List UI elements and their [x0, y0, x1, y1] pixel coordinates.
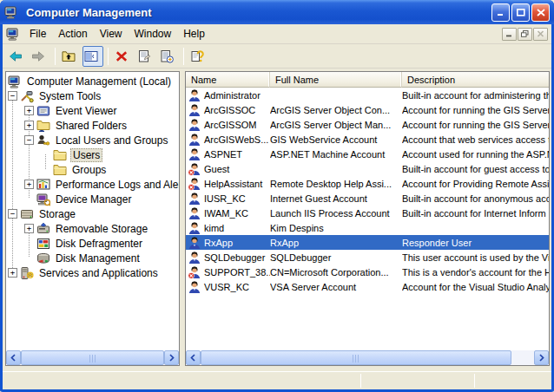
list-row-support-38[interactable]: SUPPORT_38...CN=Microsoft Corporation...…	[186, 265, 550, 279]
tree-item-system-tools[interactable]: −System Tools	[6, 88, 179, 103]
list-row-iwam-kc[interactable]: IWAM_KCLaunch IIS Process AccountBuilt-i…	[186, 206, 550, 220]
expand-icon[interactable]: +	[24, 121, 34, 130]
properties-icon	[137, 49, 151, 63]
tree-item-users[interactable]: Users	[6, 147, 179, 162]
up-one-level-button[interactable]	[60, 46, 81, 67]
list-row-vusr-kc[interactable]: VUSR_KCVSA Server AccountAccount for the…	[186, 279, 550, 294]
tree-item-device-manager[interactable]: Device Manager	[6, 192, 179, 206]
user-icon	[188, 88, 201, 102]
tree-item-groups[interactable]: Groups	[6, 162, 179, 177]
collapse-icon[interactable]: −	[8, 209, 17, 219]
toolbar-separator	[183, 48, 184, 65]
status-section-right	[475, 372, 551, 389]
computer-management-window: Computer Management FileActionViewWindow…	[0, 0, 554, 392]
tree-item-performance-logs-and-alerts[interactable]: +Performance Logs and Alerts	[6, 177, 179, 192]
computer-management-app-icon	[4, 5, 18, 19]
expand-icon[interactable]: +	[24, 224, 34, 233]
menu-view[interactable]: View	[94, 25, 129, 42]
list-horizontal-scrollbar[interactable]	[186, 350, 549, 365]
back-button[interactable]	[7, 46, 28, 67]
collapse-icon[interactable]: −	[24, 135, 34, 145]
user-name: kimd	[204, 223, 224, 233]
list-row-arcgissoc[interactable]: ArcGISSOCArcGIS Server Object Con...Acco…	[186, 102, 550, 117]
tree-item-services-and-applications[interactable]: +Services and Applications	[6, 265, 179, 280]
tree-item-local-users-and-groups[interactable]: −Local Users and Groups	[6, 133, 179, 147]
scroll-left-icon[interactable]	[6, 350, 21, 365]
window-title: Computer Management	[26, 6, 490, 19]
menu-action[interactable]: Action	[52, 25, 93, 42]
close-button[interactable]	[531, 3, 550, 22]
tree-item-disk-defragmenter[interactable]: Disk Defragmenter	[6, 236, 179, 251]
mdi-minimize-button[interactable]	[502, 28, 517, 41]
main-area: Computer Management (Local)−System Tools…	[3, 69, 551, 369]
full-name-cell: GIS WebService Account	[270, 134, 402, 145]
full-name-cell: Kim Despins	[270, 223, 402, 233]
properties-button[interactable]	[135, 46, 156, 67]
menu-file[interactable]: File	[23, 25, 52, 42]
menu-window[interactable]: Window	[129, 25, 178, 42]
column-header-description[interactable]: Description	[402, 72, 550, 88]
list-row-administrator[interactable]: AdministratorBuilt-in account for admini…	[186, 88, 550, 102]
mdi-restore-button[interactable]	[518, 28, 532, 41]
forward-button[interactable]	[30, 46, 50, 67]
tree-item-disk-management[interactable]: Disk Management	[6, 251, 179, 265]
maximize-button[interactable]	[511, 3, 530, 22]
user-name-cell: kimd	[186, 221, 270, 235]
tree-item-computer-management-local[interactable]: Computer Management (Local)	[6, 74, 179, 88]
column-header-full-name[interactable]: Full Name	[270, 72, 402, 88]
menu-help[interactable]: Help	[177, 25, 211, 42]
full-name-cell: RxApp	[270, 238, 402, 248]
tree-item-shared-folders[interactable]: +Shared Folders	[6, 118, 179, 133]
title-bar[interactable]: Computer Management	[0, 0, 554, 24]
collapse-icon[interactable]: −	[8, 91, 17, 101]
list-row-guest[interactable]: GuestBuilt-in account for guest access t…	[186, 161, 550, 176]
full-name-cell: Remote Desktop Help Assi...	[270, 179, 402, 189]
folder-icon	[53, 148, 67, 162]
scrollbar-track[interactable]	[511, 350, 534, 365]
disk-defrag-icon	[36, 237, 50, 251]
show-hide-console-tree-button[interactable]	[82, 46, 103, 67]
expand-icon[interactable]: +	[24, 106, 34, 115]
list-row-iusr-kc[interactable]: IUSR_KCInternet Guest AccountBuilt-in ac…	[186, 191, 550, 206]
export-list-button[interactable]	[158, 46, 179, 67]
tree-horizontal-scrollbar[interactable]	[6, 350, 179, 365]
help-button[interactable]	[188, 46, 209, 67]
list-row-arcgissom[interactable]: ArcGISSOMArcGIS Server Object Man...Acco…	[186, 117, 550, 132]
description-cell: Account for running the GIS Server	[402, 120, 550, 130]
user-icon	[188, 251, 201, 265]
scrollbar-thumb[interactable]	[201, 350, 511, 365]
scroll-right-icon[interactable]	[164, 350, 179, 365]
list-row-sqldebugger[interactable]: SQLDebuggerSQLDebuggerThis user account …	[186, 250, 550, 265]
scroll-right-icon[interactable]	[534, 350, 549, 365]
list-row-rxapp[interactable]: RxAppRxAppResponder User	[186, 235, 550, 250]
list-row-aspnet[interactable]: ASPNETASP.NET Machine AccountAccount use…	[186, 147, 550, 161]
mdi-window-controls	[502, 28, 550, 41]
minimize-button[interactable]	[491, 3, 510, 22]
user-name-cell: ArcGISWebS...	[186, 133, 270, 147]
tree-item-storage[interactable]: −Storage	[6, 206, 179, 221]
expand-icon[interactable]: +	[24, 180, 34, 189]
scrollbar-thumb[interactable]	[21, 350, 164, 365]
toolbar	[3, 44, 551, 69]
column-header-name[interactable]: Name	[186, 72, 270, 88]
storage-icon	[20, 207, 34, 221]
full-name-cell: Launch IIS Process Account	[270, 208, 402, 219]
user-name: RxApp	[204, 238, 233, 248]
full-name-cell: Internet Guest Account	[270, 193, 402, 204]
user-name: HelpAssistant	[204, 179, 262, 189]
full-name-cell: CN=Microsoft Corporation...	[270, 267, 402, 278]
user-name-cell: Guest	[186, 162, 270, 176]
mdi-close-button[interactable]	[533, 28, 548, 41]
user-icon	[188, 147, 201, 161]
tree-item-event-viewer[interactable]: +Event Viewer	[6, 103, 179, 118]
tree-item-removable-storage[interactable]: +Removable Storage	[6, 221, 179, 236]
list-row-helpassistant[interactable]: HelpAssistantRemote Desktop Help Assi...…	[186, 176, 550, 191]
delete-button[interactable]	[113, 46, 134, 67]
console-system-icon[interactable]	[6, 27, 20, 41]
expand-icon[interactable]: +	[8, 268, 17, 278]
scroll-left-icon[interactable]	[186, 350, 201, 365]
user-name: VUSR_KC	[204, 282, 249, 292]
list-row-kimd[interactable]: kimdKim Despins	[186, 220, 550, 235]
list-row-arcgiswebs[interactable]: ArcGISWebS...GIS WebService AccountAccou…	[186, 132, 550, 147]
tree-item-label: Disk Defragmenter	[54, 238, 144, 250]
